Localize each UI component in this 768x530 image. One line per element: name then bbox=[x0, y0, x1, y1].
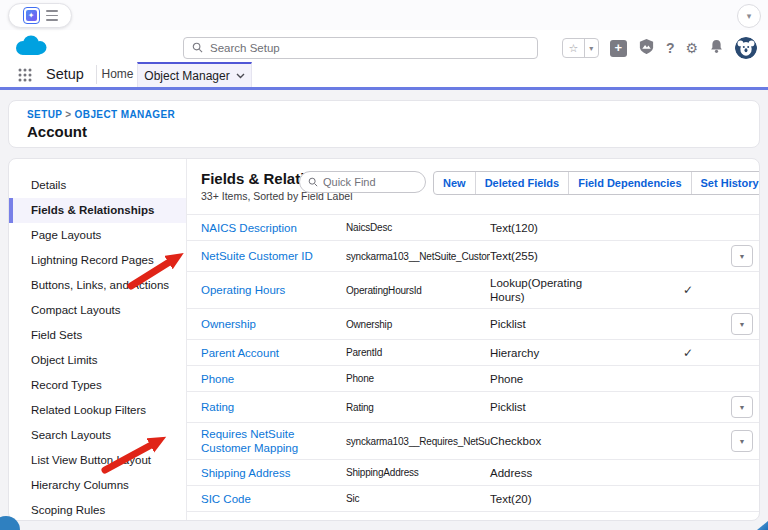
breadcrumb-card: SETUP>OBJECT MANAGER Account bbox=[8, 100, 760, 148]
field-label-link[interactable]: SIC Code bbox=[201, 492, 346, 506]
sidebar-item[interactable]: Fields & Relationships bbox=[9, 198, 186, 223]
action-button[interactable]: Field Dependencies bbox=[568, 172, 690, 194]
trailhead-icon[interactable] bbox=[638, 38, 655, 59]
field-data-type: Text(255) bbox=[490, 249, 648, 263]
header-actions: ☆ ▾ + ? ⚙ bbox=[562, 37, 757, 59]
field-label-link[interactable]: Operating Hours bbox=[201, 283, 346, 297]
quick-create-plus-icon[interactable]: + bbox=[610, 40, 627, 57]
field-api-name: Sic bbox=[346, 493, 490, 504]
field-label-link[interactable]: Rating bbox=[201, 400, 346, 414]
table-row: OwnershipOwnershipPicklist▼ bbox=[187, 308, 759, 339]
search-icon bbox=[192, 39, 203, 57]
table-row: Shipping AddressShippingAddressAddress bbox=[187, 459, 759, 485]
field-label-link[interactable]: SIC Description bbox=[201, 518, 346, 522]
tab-home[interactable]: Home bbox=[98, 62, 137, 87]
breadcrumb-setup-link[interactable]: SETUP bbox=[27, 109, 62, 120]
help-icon[interactable]: ? bbox=[666, 40, 675, 56]
browser-toolbar: ✦ ▾ bbox=[0, 0, 768, 30]
table-row: SIC DescriptionSicDescText(80) bbox=[187, 511, 759, 521]
field-api-name: synckarma103__Requires_NetSuite_Cus bbox=[346, 436, 490, 447]
action-button-group: NewDeleted FieldsField DependenciesSet H… bbox=[433, 171, 760, 195]
search-icon bbox=[308, 173, 318, 191]
row-menu-cell: ▼ bbox=[728, 430, 759, 452]
action-button[interactable]: Set History Tracking bbox=[691, 172, 760, 194]
sidebar-item[interactable]: Field Sets bbox=[9, 323, 186, 348]
field-label-link[interactable]: NAICS Description bbox=[201, 221, 346, 235]
field-data-type: Picklist bbox=[490, 400, 648, 414]
field-label-link[interactable]: Phone bbox=[201, 372, 346, 386]
page-title: Account bbox=[27, 123, 87, 140]
collapse-toolbar-button[interactable]: ▾ bbox=[737, 4, 761, 28]
app-launcher-waffle-icon[interactable] bbox=[18, 68, 32, 86]
field-data-type: Picklist bbox=[490, 317, 648, 331]
extension-menu-icon[interactable] bbox=[46, 10, 58, 20]
field-label-link[interactable]: Ownership bbox=[201, 317, 346, 331]
field-data-type: Lookup(Operating Hours) bbox=[490, 276, 648, 304]
sidebar: DetailsFields & RelationshipsPage Layout… bbox=[9, 159, 187, 520]
field-api-name: NaicsDesc bbox=[346, 222, 490, 233]
field-label-link[interactable]: NetSuite Customer ID bbox=[201, 249, 346, 263]
favorites-caret-icon[interactable]: ▾ bbox=[584, 39, 598, 57]
fields-table: NAICS DescriptionNaicsDescText(120)NetSu… bbox=[187, 214, 759, 520]
nav-divider bbox=[96, 65, 97, 84]
row-dropdown-button[interactable]: ▼ bbox=[731, 396, 753, 418]
sidebar-item[interactable]: Hierarchy Columns bbox=[9, 473, 186, 498]
salesforce-logo bbox=[13, 34, 51, 62]
global-header: ☆ ▾ + ? ⚙ bbox=[0, 30, 768, 62]
tab-object-manager[interactable]: Object Manager bbox=[137, 62, 252, 87]
field-data-type: Text(120) bbox=[490, 221, 648, 235]
field-api-name: Rating bbox=[346, 402, 490, 413]
row-menu-cell: ▼ bbox=[728, 245, 759, 267]
sidebar-item[interactable]: Details bbox=[9, 173, 186, 198]
notifications-bell-icon[interactable] bbox=[709, 38, 724, 58]
avatar[interactable] bbox=[735, 37, 757, 59]
search-input[interactable] bbox=[210, 42, 529, 54]
row-dropdown-button[interactable]: ▼ bbox=[731, 245, 753, 267]
sidebar-item[interactable]: Scoping Rules bbox=[9, 498, 186, 521]
cursor-corner bbox=[757, 521, 768, 530]
table-row: SIC CodeSicText(20) bbox=[187, 485, 759, 511]
sidebar-item[interactable]: Page Layouts bbox=[9, 223, 186, 248]
favorites-control: ☆ ▾ bbox=[562, 38, 599, 58]
field-data-type: Phone bbox=[490, 372, 648, 386]
sidebar-item[interactable]: Related Lookup Filters bbox=[9, 398, 186, 423]
field-api-name: SicDesc bbox=[346, 519, 490, 521]
table-row: Requires NetSuite Customer Mappingsyncka… bbox=[187, 422, 759, 459]
global-search[interactable] bbox=[183, 37, 538, 59]
indexed-checkmark: ✓ bbox=[648, 346, 728, 360]
sidebar-item[interactable]: List View Button Layout bbox=[9, 448, 186, 473]
indexed-checkmark: ✓ bbox=[648, 283, 728, 297]
favorites-star-icon[interactable]: ☆ bbox=[563, 39, 584, 57]
breadcrumb: SETUP>OBJECT MANAGER bbox=[27, 109, 175, 120]
table-row: PhonePhonePhone bbox=[187, 365, 759, 391]
setup-nav-bar: Setup Home Object Manager bbox=[0, 62, 768, 90]
app-name: Setup bbox=[46, 62, 84, 87]
extension-pill[interactable]: ✦ bbox=[8, 3, 72, 28]
field-api-name: OperatingHoursId bbox=[346, 285, 490, 296]
field-api-name: ParentId bbox=[346, 347, 490, 358]
field-label-link[interactable]: Shipping Address bbox=[201, 466, 346, 480]
table-row: NetSuite Customer IDsynckarma103__NetSui… bbox=[187, 240, 759, 271]
breadcrumb-object-manager-link[interactable]: OBJECT MANAGER bbox=[75, 109, 176, 120]
field-data-type: Checkbox bbox=[490, 434, 648, 448]
field-api-name: Phone bbox=[346, 373, 490, 384]
field-label-link[interactable]: Parent Account bbox=[201, 346, 346, 360]
row-dropdown-button[interactable]: ▼ bbox=[731, 313, 753, 335]
sidebar-item[interactable]: Compact Layouts bbox=[9, 298, 186, 323]
field-api-name: ShippingAddress bbox=[346, 467, 490, 478]
extension-sparkle-icon[interactable]: ✦ bbox=[23, 7, 40, 24]
field-api-name: synckarma103__NetSuite_Customer_ID_ bbox=[346, 251, 490, 262]
field-label-link[interactable]: Requires NetSuite Customer Mapping bbox=[201, 427, 346, 455]
action-button[interactable]: Deleted Fields bbox=[475, 172, 569, 194]
action-button[interactable]: New bbox=[434, 172, 475, 194]
field-data-type: Text(20) bbox=[490, 492, 648, 506]
sidebar-item[interactable]: Lightning Record Pages bbox=[9, 248, 186, 273]
sidebar-item[interactable]: Record Types bbox=[9, 373, 186, 398]
setup-gear-icon[interactable]: ⚙ bbox=[685, 40, 698, 56]
quick-find[interactable] bbox=[299, 171, 426, 193]
row-dropdown-button[interactable]: ▼ bbox=[731, 430, 753, 452]
quick-find-input[interactable] bbox=[323, 176, 403, 188]
sidebar-item[interactable]: Buttons, Links, and Actions bbox=[9, 273, 186, 298]
sidebar-item[interactable]: Object Limits bbox=[9, 348, 186, 373]
sidebar-item[interactable]: Search Layouts bbox=[9, 423, 186, 448]
